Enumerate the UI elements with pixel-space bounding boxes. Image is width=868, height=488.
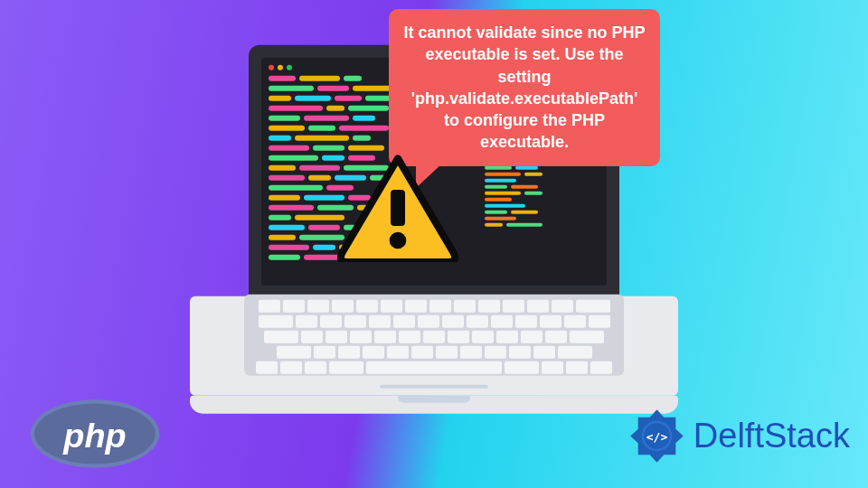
error-message-text: It cannot validate since no PHP executab… <box>403 23 645 151</box>
svg-point-1 <box>390 232 407 249</box>
php-logo-icon: php <box>27 398 163 470</box>
php-logo-text: php <box>62 417 126 455</box>
laptop-hinge <box>190 396 678 414</box>
delftstack-brand: </> DelftStack <box>627 407 850 465</box>
delftstack-brand-text: DelftStack <box>693 417 850 455</box>
svg-text:</>: </> <box>646 430 668 444</box>
laptop-trackpad <box>380 385 488 389</box>
warning-triangle-icon <box>335 154 461 262</box>
close-dot-icon <box>269 65 274 70</box>
laptop-keyboard <box>244 295 624 376</box>
svg-rect-0 <box>391 190 405 226</box>
laptop-base <box>190 296 678 396</box>
delftstack-logo-icon: </> <box>627 407 686 465</box>
minimize-dot-icon <box>278 65 283 70</box>
error-speech-bubble: It cannot validate since no PHP executab… <box>389 9 660 166</box>
maximize-dot-icon <box>287 65 292 70</box>
